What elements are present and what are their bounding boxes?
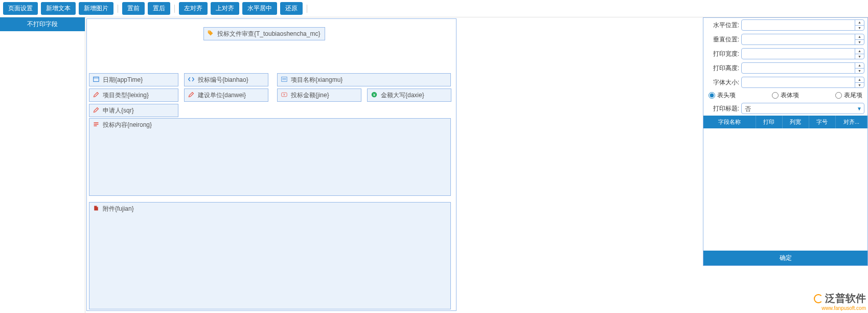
prop-label: 水平位置: <box>706 21 741 30</box>
field-label: 项目类型{leixing} <box>103 91 149 100</box>
money-icon: ¥ <box>281 91 288 98</box>
logo-url: www.fanpusoft.com <box>814 305 866 311</box>
field-label: 投标金额{jine} <box>291 91 329 100</box>
field-label: 建设单位{danwei} <box>198 91 246 100</box>
separator <box>174 5 175 13</box>
col-width: 列宽 <box>783 116 809 128</box>
spin-up-icon[interactable]: ▲ <box>855 34 864 40</box>
field-label: 申请人{sqr} <box>103 106 134 115</box>
align-top-button[interactable]: 上对齐 <box>211 2 239 15</box>
attachment-icon <box>93 205 100 212</box>
field-label: 投标文件审查{T_toubiaoshencha_mc} <box>217 30 320 38</box>
edit-icon <box>93 91 100 98</box>
field-fujian[interactable]: 附件{fujian} <box>89 202 451 309</box>
spin-down-icon[interactable]: ▼ <box>855 83 864 88</box>
design-canvas[interactable]: 投标文件审查{T_toubiaoshencha_mc} 日期{appTime} … <box>86 18 456 311</box>
col-align: 对齐... <box>836 116 867 128</box>
field-xiangmu[interactable]: 项目名称{xiangmu} <box>277 73 451 86</box>
send-back-button[interactable]: 置后 <box>148 2 170 15</box>
field-title[interactable]: 投标文件审查{T_toubiaoshencha_mc} <box>203 27 325 40</box>
edit-icon <box>93 106 100 114</box>
tag-icon <box>207 30 214 37</box>
grid-header: 字段名称 打印 列宽 字号 对齐... <box>703 116 867 128</box>
prop-label: 打印宽度: <box>706 50 741 58</box>
prop-fsize: 字体大小: ▲▼ <box>706 77 864 88</box>
separator <box>118 5 118 13</box>
chevron-down-icon[interactable]: ▼ <box>857 106 862 111</box>
section-radio-row: 表头项 表体项 表尾项 <box>703 90 867 101</box>
field-danwei[interactable]: 建设单位{danwei} <box>184 88 268 102</box>
field-bianhao[interactable]: 投标编号{bianhao} <box>184 73 268 86</box>
field-jine[interactable]: ¥ 投标金额{jine} <box>277 88 361 102</box>
right-panel: 水平位置: ▲▼ 垂直位置: ▲▼ 打印宽度: ▲▼ 打印高度: ▲▼ 字体大小… <box>703 17 868 266</box>
radio-body[interactable]: 表体项 <box>772 91 799 100</box>
svg-text:¥: ¥ <box>283 93 285 96</box>
spin-down-icon[interactable]: ▼ <box>855 40 864 45</box>
confirm-button[interactable]: 确定 <box>703 251 867 265</box>
fsize-input[interactable]: ▲▼ <box>741 77 864 88</box>
field-sqr[interactable]: 申请人{sqr} <box>89 104 178 117</box>
bring-front-button[interactable]: 置前 <box>122 2 145 15</box>
left-panel: 不打印字段 <box>0 17 85 313</box>
code-icon <box>188 76 195 83</box>
hpos-input[interactable]: ▲▼ <box>741 19 864 31</box>
spin-down-icon[interactable]: ▼ <box>855 54 864 59</box>
field-daxie[interactable]: ¥ 金额大写{daxie} <box>367 88 451 102</box>
field-leixing[interactable]: 项目类型{leixing} <box>89 88 178 102</box>
prop-vpos: 垂直位置: ▲▼ <box>706 34 864 45</box>
separator <box>307 5 307 13</box>
field-label: 附件{fujian} <box>103 205 134 213</box>
logo-icon <box>814 294 823 303</box>
logo-text: 泛普软件 <box>825 292 866 305</box>
col-print: 打印 <box>756 116 783 128</box>
restore-button[interactable]: 还原 <box>280 2 303 15</box>
add-text-button[interactable]: 新增文本 <box>41 2 76 15</box>
text-icon <box>93 121 100 128</box>
svg-rect-3 <box>282 77 287 82</box>
prop-label: 打印标题: <box>706 104 741 113</box>
page-settings-button[interactable]: 页面设置 <box>3 2 38 15</box>
spin-up-icon[interactable]: ▲ <box>855 20 864 26</box>
spin-up-icon[interactable]: ▲ <box>855 63 864 69</box>
field-label: 投标编号{bianhao} <box>198 76 248 84</box>
field-label: 投标内容{neirong} <box>103 121 152 129</box>
prop-label: 打印高度: <box>706 64 741 73</box>
radio-tail[interactable]: 表尾项 <box>835 91 862 100</box>
align-hcenter-button[interactable]: 水平居中 <box>242 2 277 15</box>
toolbar: 页面设置 新增文本 新增图片 置前 置后 左对齐 上对齐 水平居中 还原 <box>0 0 868 17</box>
prop-pwidth: 打印宽度: ▲▼ <box>706 48 864 59</box>
svg-rect-1 <box>94 77 99 82</box>
spin-down-icon[interactable]: ▼ <box>855 26 864 31</box>
pheight-input[interactable]: ▲▼ <box>741 62 864 74</box>
edit-icon <box>188 91 195 98</box>
combo-value: 否 <box>742 103 864 115</box>
svg-point-0 <box>209 31 210 32</box>
spin-up-icon[interactable]: ▲ <box>855 77 864 83</box>
left-panel-title: 不打印字段 <box>0 17 85 31</box>
field-label: 日期{appTime} <box>103 76 143 84</box>
grid-body[interactable] <box>703 128 867 251</box>
col-font: 字号 <box>809 116 836 128</box>
list-icon <box>281 76 288 83</box>
prop-ptitle: 打印标题: 否 ▼ <box>706 103 864 114</box>
prop-label: 垂直位置: <box>706 35 741 44</box>
field-neirong[interactable]: 投标内容{neirong} <box>89 118 451 196</box>
vpos-input[interactable]: ▲▼ <box>741 34 864 45</box>
spin-down-icon[interactable]: ▼ <box>855 69 864 74</box>
prop-label: 字体大小: <box>706 78 741 87</box>
field-label: 金额大写{daxie} <box>381 91 424 100</box>
radio-head[interactable]: 表头项 <box>709 91 736 100</box>
calendar-icon <box>93 76 100 83</box>
align-left-button[interactable]: 左对齐 <box>179 2 208 15</box>
col-field-name: 字段名称 <box>703 116 756 128</box>
prop-hpos: 水平位置: ▲▼ <box>706 19 864 31</box>
field-date[interactable]: 日期{appTime} <box>89 73 178 86</box>
ptitle-combo[interactable]: 否 ▼ <box>741 103 864 114</box>
add-image-button[interactable]: 新增图片 <box>79 2 113 15</box>
logo: 泛普软件 www.fanpusoft.com <box>814 292 866 311</box>
yen-icon: ¥ <box>371 91 378 98</box>
prop-pheight: 打印高度: ▲▼ <box>706 62 864 74</box>
pwidth-input[interactable]: ▲▼ <box>741 48 864 59</box>
field-label: 项目名称{xiangmu} <box>291 76 342 84</box>
spin-up-icon[interactable]: ▲ <box>855 49 864 54</box>
